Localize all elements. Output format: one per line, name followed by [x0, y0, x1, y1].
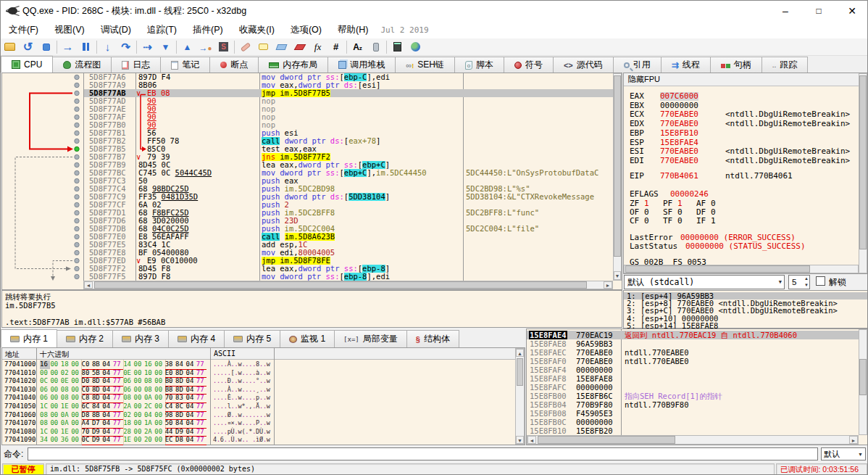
memory-row[interactable]: 770410801C001E0070D9047728002A0044D90477…: [2, 428, 513, 437]
stack-row[interactable]: 15E8FAF400000000: [527, 365, 859, 374]
menu-6[interactable]: 选项(O): [283, 21, 330, 38]
stop-button[interactable]: [37, 39, 55, 55]
tab-笔记[interactable]: 笔记: [160, 57, 210, 73]
disasm-row[interactable]: 5D8F77C9FF35 0481D35Dpush dword ptr ds:[…: [84, 193, 613, 201]
stack-vscrollbar[interactable]: [859, 329, 867, 435]
stack-row[interactable]: 15E8FB08F45905E3: [527, 409, 859, 418]
disasm-row[interactable]: 5D8F77B7∨79 39jns im.5D8F77F2: [84, 153, 613, 161]
step-into-button[interactable]: ↓: [99, 39, 117, 55]
disasm-row[interactable]: 5D8F77E583C4 1Cadd esp,1C: [84, 241, 613, 249]
tab-日志[interactable]: 日志: [111, 57, 161, 73]
tab-内存 3[interactable]: 内存 3: [112, 330, 169, 347]
disasm-row[interactable]: 5D8F77E8BF 05400080mov edi,80004005: [84, 249, 613, 257]
disasm-row[interactable]: 5D8F77AF90nop: [84, 113, 613, 121]
disasm-row[interactable]: 5D8F77ED∨E9 0C010000jmp im.5D8F78FE: [84, 257, 613, 265]
tab-句柄[interactable]: 句柄: [710, 57, 762, 73]
disasm-row[interactable]: 5D8F77BCC745 0C 5044C45Dmov dword ptr ss…: [84, 169, 613, 177]
run-to-user-code-button[interactable]: →●: [196, 39, 214, 55]
minimize-button[interactable]: –: [769, 5, 802, 17]
tab-SEH链[interactable]: ∞!SEH链: [395, 57, 455, 73]
disasm-row[interactable]: 5D8F77B98D45 0Clea eax,dword ptr ss:[ebp…: [84, 161, 613, 169]
disasm-row[interactable]: 5D8F77D168 F8BFC25Dpush im.5DC2BFF85DC2B…: [84, 209, 613, 217]
scylla-button[interactable]: S: [214, 39, 233, 55]
stack-pane[interactable]: 15E8FAE4770EAC19返回到 ntdll.770EAC19 自 ntd…: [526, 329, 868, 445]
disassembly-pane[interactable]: 5D8F77A6897D F4mov dword ptr ss:[ebp-C],…: [1, 73, 622, 290]
disasm-row[interactable]: 5D8F77AE90nop: [84, 105, 613, 113]
tab-调用堆栈[interactable]: 调用堆栈: [327, 57, 396, 73]
disasm-row[interactable]: 5D8F77CF6A 02push 2: [84, 201, 613, 209]
restart-button[interactable]: ↺: [19, 39, 37, 55]
arguments-pane[interactable]: 1: [esp+4] 96A59BB32: [esp+8] 770EABE0 <…: [623, 290, 868, 329]
memory-row[interactable]: 7704103006000800C08D047706000800B88D0477…: [2, 386, 513, 395]
tab-监视 1[interactable]: 监视 1: [280, 330, 335, 347]
disasm-row[interactable]: 5D8F77AD90nop: [84, 97, 613, 105]
stack-row[interactable]: 15E8FB04770B9F80ntdll.770B9F80: [527, 400, 859, 409]
run-to-user-button[interactable]: ⇢: [138, 39, 157, 55]
hash-button[interactable]: #: [327, 39, 345, 55]
command-mode-combo[interactable]: 默认▼: [821, 447, 866, 460]
menu-2[interactable]: 调试(D): [93, 21, 139, 38]
maximize-button[interactable]: □: [802, 6, 835, 16]
bookmarks-button[interactable]: [291, 39, 309, 55]
tab-脚本[interactable]: o脚本: [454, 57, 504, 73]
step-over-button[interactable]: ↷: [117, 39, 135, 55]
tab-流程图[interactable]: 流程图: [52, 57, 112, 73]
disasm-row[interactable]: 5D8F77DB68 04C0C25Dpush im.5DC2C0045DC2C…: [84, 225, 613, 233]
pause-button[interactable]: [77, 39, 95, 55]
unlock-checkbox[interactable]: [816, 276, 825, 286]
disasm-row[interactable]: 5D8F77A98B06mov eax,dword ptr ds:[esi]: [84, 81, 613, 89]
tab-内存 2[interactable]: 内存 2: [57, 330, 113, 347]
stack-row[interactable]: 15E8FAEC770EABE0ntdll.770EABE0: [527, 348, 859, 357]
memory-row[interactable]: 770410501C001E006C8404772A002C00C48C0477…: [2, 402, 513, 411]
stack-row[interactable]: 15E8FB0C00000000: [527, 418, 859, 426]
menu-4[interactable]: 插件(P): [185, 21, 231, 38]
stack-row[interactable]: 15E8FB1015E8FB20: [527, 426, 859, 435]
disasm-hscrollbar[interactable]: ◄►: [83, 281, 613, 289]
about-button[interactable]: [406, 39, 425, 55]
disasm-row[interactable]: 5D8F77A6897D F4mov dword ptr ss:[ebp-C],…: [84, 73, 613, 81]
disasm-row[interactable]: 5D8F77B090nop: [84, 121, 613, 129]
patches-button[interactable]: [236, 39, 254, 55]
labels-button[interactable]: [272, 39, 291, 55]
tab-内存 5[interactable]: 内存 5: [224, 330, 280, 347]
memory-vscrollbar[interactable]: ▲▼: [515, 348, 525, 445]
stack-hscrollbar[interactable]: ◄►: [527, 435, 859, 445]
arg-count-spinner[interactable]: 5▲▼: [788, 275, 810, 289]
disasm-row[interactable]: 5D8F77B156push esi: [84, 129, 613, 137]
disasm-row[interactable]: 5D8F77C350push eax: [84, 177, 613, 185]
memory-row[interactable]: 7704107008000A00A4D7047718001A0050840477…: [2, 419, 513, 428]
menu-7[interactable]: 帮助(H): [330, 21, 376, 38]
menu-1[interactable]: 视图(V): [46, 21, 93, 38]
memory-row[interactable]: 7704104006000800C88D047708000A0070830477…: [2, 394, 513, 402]
execute-till-return-button[interactable]: ▲: [178, 39, 196, 55]
registers-pane[interactable]: 隐藏FPUEAX007C6000EBX00000000ECX770EABE0<n…: [623, 73, 868, 274]
tab-源代码[interactable]: <>源代码: [553, 57, 614, 73]
menu-0[interactable]: 文件(F): [1, 21, 46, 38]
stack-row[interactable]: 15E8FAFC00000000: [527, 383, 859, 392]
memory-row[interactable]: 7704101000000200805B04770E001000E08D0477…: [2, 369, 513, 378]
preferences-button[interactable]: Az: [349, 39, 367, 55]
disasm-vscrollbar[interactable]: ▼: [613, 73, 622, 281]
registers-hscrollbar[interactable]: [624, 265, 859, 273]
tab-结构体[interactable]: §结构体: [406, 330, 459, 347]
stack-row[interactable]: 15E8FAF0770EABE0ntdll.770EABE0: [527, 357, 859, 365]
disasm-row[interactable]: 5D8F77F5897D F8mov dword ptr ss:[ebp-8],…: [84, 273, 613, 281]
stack-row[interactable]: 15E8FB0015E8FB6C指向SEH_Record[1]的指针: [527, 392, 859, 400]
tab-符号[interactable]: 符号: [504, 57, 554, 73]
stack-row[interactable]: 15E8FAF815E8FAE8: [527, 374, 859, 383]
tab-跟踪[interactable]: ..跟踪: [761, 57, 809, 73]
tab-CPU[interactable]: CPU: [1, 56, 53, 73]
open-file-button[interactable]: [1, 39, 19, 55]
functions-button[interactable]: fx: [309, 39, 327, 55]
comments-button[interactable]: [254, 39, 272, 55]
disasm-row[interactable]: 5D8F77C468 98BDC25Dpush im.5DC2BD985DC2B…: [84, 185, 613, 193]
memory-dump-pane[interactable]: 地址十六进制ASCII7704100016001800C08B047714001…: [1, 347, 525, 445]
disasm-row[interactable]: 5D8F77F28D45 F8lea eax,dword ptr ss:[ebp…: [84, 265, 613, 273]
memory-row[interactable]: 77041090340036000CD904771E002000ECD80477…: [2, 436, 513, 445]
memory-row[interactable]: 7704106008000A00D88B047702000400988D0477…: [2, 411, 513, 420]
step-out-button[interactable]: ▼: [157, 39, 175, 55]
tab-断点[interactable]: 断点: [209, 57, 259, 73]
tab-内存 4[interactable]: 内存 4: [168, 330, 225, 347]
hide-fpu-button[interactable]: 隐藏FPU: [624, 73, 867, 86]
memory-row[interactable]: 7704100016001800C08B04771400160038840477…: [2, 360, 513, 369]
